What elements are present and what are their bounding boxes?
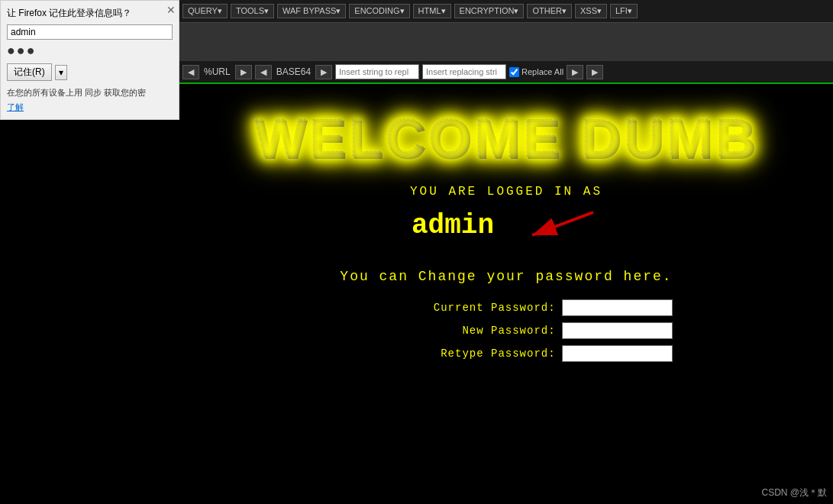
base64-nav: ◀ BASE64 ▶ xyxy=(255,65,332,79)
secondary-toolbar: ◀ %URL ▶ ◀ BASE64 ▶ Replace All ▶ ▶ xyxy=(179,61,833,84)
username-input[interactable] xyxy=(7,24,173,40)
current-password-label: Current Password: xyxy=(434,302,556,314)
base64-left-arrow[interactable]: ◀ xyxy=(255,65,272,79)
replace-go-button[interactable]: ▶ xyxy=(567,65,583,79)
xurl-right-arrow[interactable]: ▶ xyxy=(235,65,252,79)
firefox-save-dialog: ✕ 让 Firefox 记住此登录信息吗？ ●●● 记住(R) ▾ 在您的所有设… xyxy=(0,0,179,120)
username-row: admin xyxy=(410,205,602,246)
encryption-menu[interactable]: ENCRYPTION▾ xyxy=(454,4,525,18)
base64-right-arrow[interactable]: ▶ xyxy=(315,65,332,79)
xurl-left-arrow[interactable]: ◀ xyxy=(182,65,199,79)
main-toolbar: QUERY▾ TOOLS▾ WAF BYPASS▾ ENCODING▾ HTML… xyxy=(179,0,833,23)
lfi-menu[interactable]: LFI▾ xyxy=(610,4,638,18)
waf-bypass-menu[interactable]: WAF BYPASS▾ xyxy=(277,4,346,18)
xss-menu[interactable]: XSS▾ xyxy=(575,4,607,18)
other-menu[interactable]: OTHER▾ xyxy=(527,4,572,18)
new-password-label: New Password: xyxy=(434,325,556,337)
retype-password-row: Retype Password: xyxy=(340,345,672,362)
retype-password-label: Retype Password: xyxy=(434,347,556,360)
username-display: admin xyxy=(412,210,494,241)
replace-all-checkbox[interactable] xyxy=(509,67,519,77)
query-menu[interactable]: QUERY▾ xyxy=(182,4,228,18)
retype-password-input[interactable] xyxy=(562,345,673,362)
arrow-indicator xyxy=(509,205,601,246)
tools-menu[interactable]: TOOLS▾ xyxy=(231,4,274,18)
insert-replacing-input[interactable] xyxy=(422,64,506,79)
xurl-nav: ◀ %URL ▶ xyxy=(182,65,252,79)
change-password-text: You can Change your password here. xyxy=(340,269,672,284)
logged-in-as-text: YOU ARE LOGGED IN AS xyxy=(410,185,602,199)
current-password-row: Current Password: xyxy=(340,299,672,316)
logged-in-section: YOU ARE LOGGED IN AS admin xyxy=(410,185,602,246)
sync-link[interactable]: 了解 xyxy=(7,102,24,111)
dialog-title: 让 Firefox 记住此登录信息吗？ xyxy=(7,7,173,20)
password-section: You can Change your password here. Curre… xyxy=(340,269,672,368)
watermark: CSDN @浅＊默 xyxy=(761,486,827,499)
remember-dropdown[interactable]: ▾ xyxy=(55,65,67,80)
main-content: WELCOME DUMB YOU ARE LOGGED IN AS admin … xyxy=(179,84,833,504)
xurl-label: %URL xyxy=(201,66,234,77)
html-menu[interactable]: HTML▾ xyxy=(413,4,451,18)
base64-label: BASE64 xyxy=(273,66,314,77)
encoding-menu[interactable]: ENCODING▾ xyxy=(349,4,409,18)
insert-string-input[interactable] xyxy=(335,64,419,79)
close-button[interactable]: ✕ xyxy=(166,4,176,16)
sync-notice: 在您的所有设备上用 同步 获取您的密 xyxy=(7,87,173,99)
red-arrow-icon xyxy=(509,205,601,243)
remember-button[interactable]: 记住(R) xyxy=(7,63,52,81)
new-password-input[interactable] xyxy=(562,322,673,339)
welcome-heading: WELCOME DUMB xyxy=(254,107,758,170)
current-password-input[interactable] xyxy=(562,299,673,316)
new-password-row: New Password: xyxy=(340,322,672,339)
svg-line-1 xyxy=(532,212,593,235)
replace-extra-button[interactable]: ▶ xyxy=(586,65,603,79)
password-dots: ●●● xyxy=(7,43,173,59)
replace-all-label[interactable]: Replace All xyxy=(509,67,563,77)
